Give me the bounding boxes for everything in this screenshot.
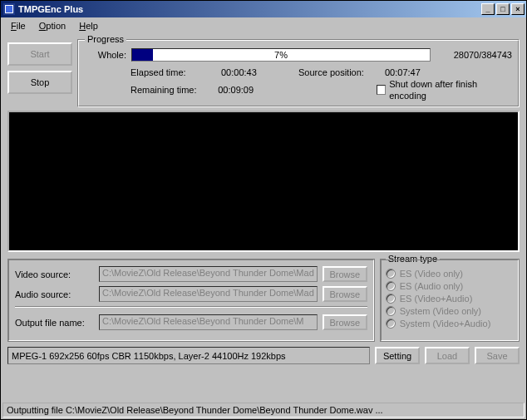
menubar: File Option Help bbox=[1, 17, 526, 34]
stream-type-title: Stream type bbox=[386, 254, 440, 264]
output-input[interactable]: C:\MovieZ\Old Release\Beyond Thunder Dom… bbox=[99, 314, 318, 330]
radio-sys-video[interactable] bbox=[386, 306, 396, 316]
menu-file[interactable]: File bbox=[4, 19, 32, 32]
radio-es-audio[interactable] bbox=[386, 281, 396, 291]
output-browse-button[interactable]: Browse bbox=[323, 314, 367, 330]
stream-type-group: Stream type ES (Video only) ES (Audio on… bbox=[380, 259, 520, 342]
radio-label: ES (Audio only) bbox=[400, 281, 463, 291]
radio-es-va[interactable] bbox=[386, 294, 396, 304]
srcpos-value: 00:07:47 bbox=[385, 67, 421, 78]
stop-button[interactable]: Stop bbox=[7, 71, 72, 94]
minimize-button[interactable]: _ bbox=[481, 3, 495, 15]
app-window: TMPGEnc Plus _ □ × File Option Help Star… bbox=[0, 0, 527, 420]
audio-source-label: Audio source: bbox=[15, 289, 94, 299]
preview-area bbox=[7, 111, 520, 252]
remaining-label: Remaining time: bbox=[131, 84, 214, 96]
elapsed-value: 00:00:43 bbox=[221, 67, 275, 78]
sources-group: Video source: C:\MovieZ\Old Release\Beyo… bbox=[7, 259, 375, 342]
audio-source-input[interactable]: C:\MovieZ\Old Release\Beyond Thunder Dom… bbox=[99, 286, 318, 302]
whole-label: Whole: bbox=[85, 50, 126, 60]
progress-group: Progress Whole: 7% 28070/384743 Elapsed … bbox=[77, 39, 520, 107]
radio-sys-va[interactable] bbox=[386, 319, 396, 329]
elapsed-label: Elapsed time: bbox=[131, 67, 218, 78]
svg-rect-2 bbox=[6, 6, 12, 12]
radio-label: ES (Video only) bbox=[400, 269, 463, 279]
menu-help[interactable]: Help bbox=[72, 19, 105, 32]
radio-label: System (Video only) bbox=[400, 306, 481, 316]
audio-browse-button[interactable]: Browse bbox=[323, 286, 367, 302]
video-source-input[interactable]: C:\MovieZ\Old Release\Beyond Thunder Dom… bbox=[99, 266, 318, 282]
close-button[interactable]: × bbox=[511, 3, 525, 15]
progress-title: Progress bbox=[85, 34, 126, 44]
video-browse-button[interactable]: Browse bbox=[323, 266, 367, 282]
menu-option[interactable]: Option bbox=[32, 19, 72, 32]
window-title: TMPGEnc Plus bbox=[18, 4, 481, 14]
format-display: MPEG-1 692x256 60fps CBR 1150kbps, Layer… bbox=[7, 347, 370, 364]
progress-percent: 7% bbox=[132, 49, 430, 61]
shutdown-checkbox[interactable] bbox=[377, 85, 387, 95]
setting-button[interactable]: Setting bbox=[375, 347, 420, 364]
progress-count: 28070/384743 bbox=[436, 50, 512, 60]
app-icon bbox=[2, 2, 16, 16]
video-source-label: Video source: bbox=[15, 269, 94, 279]
shutdown-label: Shut down after finish encoding bbox=[389, 78, 512, 101]
statusbar: Outputting file C:\MovieZ\Old Release\Be… bbox=[2, 403, 525, 418]
remaining-value: 00:09:09 bbox=[218, 84, 270, 96]
progress-bar: 7% bbox=[131, 48, 431, 62]
titlebar[interactable]: TMPGEnc Plus _ □ × bbox=[1, 1, 526, 17]
maximize-button[interactable]: □ bbox=[496, 3, 510, 15]
output-label: Output file name: bbox=[15, 318, 94, 328]
load-button[interactable]: Load bbox=[425, 347, 470, 364]
srcpos-label: Source position: bbox=[298, 67, 382, 78]
save-button[interactable]: Save bbox=[475, 347, 520, 364]
radio-es-video[interactable] bbox=[386, 269, 396, 279]
radio-label: System (Video+Audio) bbox=[400, 319, 491, 329]
radio-label: ES (Video+Audio) bbox=[400, 294, 473, 304]
start-button[interactable]: Start bbox=[7, 42, 72, 66]
